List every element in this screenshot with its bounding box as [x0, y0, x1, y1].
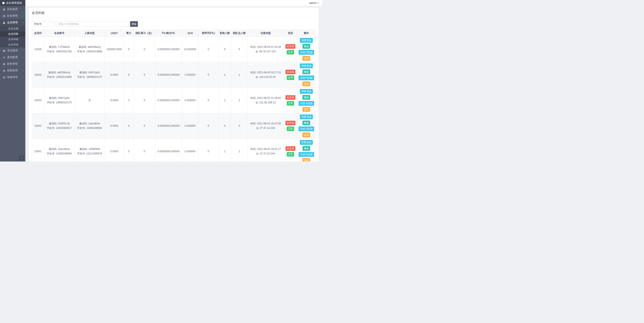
- xch-cell: 10.000000: [182, 37, 198, 62]
- freeze-button[interactable]: 冻结: [302, 107, 310, 112]
- column-header: FIL/锁仓FIL: [155, 30, 182, 37]
- sidebar-collapse-icon[interactable]: ‹: [19, 155, 24, 160]
- view-direct-button[interactable]: 查看直推: [300, 89, 313, 94]
- recharge-deduct-button[interactable]: 充值与扣除: [298, 75, 314, 80]
- team-power-cell: 0: [134, 62, 155, 88]
- member-account-cell: 邀请码: w6D36w1q手机号: 13632514856: [44, 62, 74, 88]
- status-badge-normal: 正常: [287, 101, 294, 105]
- team-count-cell: 0: [231, 113, 248, 139]
- table-row: 10003邀请码: 006Y1p0c手机号: 18948310170无0.000…: [32, 88, 316, 113]
- team-count-cell: 1: [231, 62, 248, 88]
- edit-button[interactable]: 修改: [302, 121, 310, 125]
- view-direct-button[interactable]: 查看直推: [300, 114, 313, 119]
- logo-square-icon: [2, 2, 4, 4]
- member-id-cell: 10004: [32, 62, 44, 88]
- recharge-deduct-button[interactable]: 充值与扣除: [298, 101, 314, 106]
- sidebar-item[interactable]: 财务管理›: [0, 61, 25, 67]
- sidebar-subitem[interactable]: 会员等级: [0, 42, 25, 47]
- parent-info-cell: 邀请码: 006Y1p0c手机号: 18948310170: [74, 62, 105, 88]
- edit-button[interactable]: 修改: [302, 146, 310, 151]
- keyword-input[interactable]: [56, 21, 128, 27]
- sidebar-item[interactable]: 矿机管理›: [0, 13, 25, 19]
- actions-cell: 查看直推修改充值与扣除冻结: [297, 37, 316, 62]
- top-header: admin ▾: [25, 0, 322, 6]
- sidebar-item[interactable]: 审核管理›: [0, 74, 25, 81]
- parent-info-cell: 无: [74, 88, 105, 113]
- table-row: 10002邀请码: 0n0P0LJ5手机号: 13016064917邀请码: 2…: [32, 113, 316, 139]
- edit-button[interactable]: 修改: [302, 44, 310, 49]
- cell-line: 手机号: 13632514856: [74, 49, 104, 54]
- sidebar-subitem[interactable]: 会员列表: [0, 31, 25, 37]
- cell-line: 手机号: 13016064917: [44, 126, 74, 130]
- search-button[interactable]: 搜索: [130, 21, 138, 27]
- cell-line: 手机号: 13265339084: [44, 151, 74, 156]
- chevron-right-icon: ›: [22, 14, 24, 17]
- register-info-cell: 时间: 2021-06-03 00:17:01ip: 119.123.32.40: [248, 62, 284, 88]
- freeze-button[interactable]: 冻结: [302, 158, 310, 161]
- sidebar-item[interactable]: 会员管理›: [0, 19, 25, 26]
- edit-button[interactable]: 修改: [302, 69, 310, 74]
- table-body: 10005邀请码: TJ70ekoO手机号: 18502551753邀请码: w…: [32, 37, 316, 162]
- xch-cell: 0.000000: [182, 139, 198, 162]
- menu-icon: [2, 15, 5, 17]
- user-menu[interactable]: admin ▾: [309, 0, 318, 6]
- sidebar-item[interactable]: 资讯管理›: [0, 47, 25, 54]
- parent-info-cell: 邀请码: w6D36w1q手机号: 13632514856: [74, 37, 105, 62]
- team-power-cell: 0: [134, 37, 155, 62]
- cell-line: 时间: 2021-06-02 21:26:00: [248, 96, 284, 100]
- cell-line: ip: 121.35.189.13: [248, 100, 284, 105]
- chevron-right-icon: ›: [22, 69, 24, 72]
- direct-count-cell: 1: [218, 62, 231, 88]
- cell-line: 邀请码: 006Y1p0c: [74, 70, 104, 75]
- team-count-cell: 0: [231, 37, 248, 62]
- search-field-select[interactable]: 手机号: [32, 21, 54, 27]
- table-row: 10001邀请码: 2aa1dEee手机号: 13265339084邀请码: 1…: [32, 139, 316, 162]
- sidebar-item[interactable]: 后台首页: [0, 6, 25, 13]
- cell-line: 手机号: 13212345678: [74, 151, 104, 156]
- actions-cell: 查看直推修改充值与扣除冻结: [297, 62, 316, 88]
- fil-cell: 0.000000/0.000000: [155, 37, 182, 62]
- freeze-button[interactable]: 冻结: [302, 81, 310, 86]
- status-cell: 未实名正常: [284, 88, 297, 113]
- sidebar-subitem[interactable]: 会员注册: [0, 26, 25, 31]
- sidebar: 后台管理系统 后台首页矿机管理›会员管理›会员注册会员列表实名审核会员等级资讯管…: [0, 0, 25, 161]
- freeze-button[interactable]: 冻结: [302, 56, 310, 61]
- sidebar-item[interactable]: 系统配置›: [0, 54, 25, 61]
- menu-icon: [2, 69, 5, 72]
- view-direct-button[interactable]: 查看直推: [300, 63, 313, 68]
- cell-line: 手机号: 18948310170: [44, 100, 74, 105]
- status-cell: 未实名正常: [284, 37, 297, 62]
- cell-line: 邀请码: 0n0P0LJ5: [44, 121, 74, 126]
- recharge-deduct-button[interactable]: 充值与扣除: [298, 127, 314, 131]
- recharge-deduct-button[interactable]: 充值与扣除: [298, 50, 314, 55]
- register-info-cell: 时间: 2021-06-03 07:42:33ip: 49.78.107.124: [248, 37, 284, 62]
- cell-line: 邀请码: 2aa1dEee: [44, 147, 74, 151]
- member-account-cell: 邀请码: 2aa1dEee手机号: 13265339084: [44, 139, 74, 162]
- parent-info-cell: 邀请码: 2aa1dEee手机号: 13265339084: [74, 113, 105, 139]
- power-cell: 0: [124, 139, 134, 162]
- sidebar-subitem[interactable]: 实名审核: [0, 37, 25, 42]
- edit-button[interactable]: 修改: [302, 95, 310, 100]
- sidebar-item[interactable]: 权限管理›: [0, 67, 25, 74]
- register-info-cell: 时间: 2021-06-02 21:26:00ip: 121.35.189.13: [248, 88, 284, 113]
- recharge-deduct-button[interactable]: 充值与扣除: [298, 152, 314, 157]
- member-id-cell: 10001: [32, 139, 44, 162]
- direct-count-cell: 1: [218, 88, 231, 113]
- member-account-cell: 邀请码: 0n0P0LJ5手机号: 13016064917: [44, 113, 74, 139]
- xch-cell: 0.000000: [182, 88, 198, 113]
- chevron-right-icon: ›: [22, 49, 24, 52]
- view-direct-button[interactable]: 查看直推: [300, 38, 313, 43]
- search-bar: 手机号 搜索: [32, 21, 316, 27]
- column-header: 状态: [284, 30, 297, 37]
- app-logo: 后台管理系统: [0, 0, 25, 6]
- fil-cell: 0.000000/0.000000: [155, 88, 182, 113]
- cell-line: 无: [74, 98, 104, 103]
- status-badge-normal: 正常: [287, 127, 294, 131]
- column-header: 上级信息: [74, 30, 105, 37]
- fil-cell: 0.000000/0.000000: [155, 139, 182, 162]
- freeze-button[interactable]: 冻结: [302, 133, 310, 137]
- menu-icon: [2, 76, 5, 79]
- main-content: 会员列表 手机号 搜索 会员ID会员账号上级信息USDT算力团队算力（总）: [25, 6, 322, 161]
- member-account-cell: 邀请码: 006Y1p0c手机号: 18948310170: [44, 88, 74, 113]
- view-direct-button[interactable]: 查看直推: [300, 140, 313, 145]
